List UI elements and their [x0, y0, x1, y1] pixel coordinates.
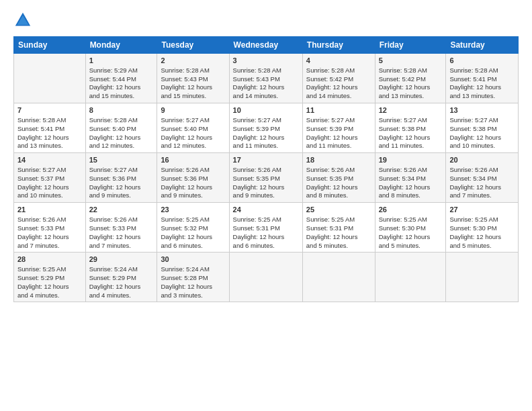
calendar-day-cell [375, 253, 446, 302]
calendar-header-cell: Sunday [14, 37, 86, 54]
calendar-day-cell: 3Sunrise: 5:28 AM Sunset: 5:43 PM Daylig… [229, 54, 302, 103]
day-number: 23 [161, 205, 225, 215]
calendar-day-cell: 30Sunrise: 5:24 AM Sunset: 5:28 PM Dayli… [157, 253, 229, 302]
day-info: Sunrise: 5:27 AM Sunset: 5:37 PM Dayligh… [17, 166, 69, 199]
calendar-header-cell: Monday [85, 37, 157, 54]
day-number: 11 [306, 105, 371, 116]
day-number: 18 [306, 155, 371, 165]
day-number: 3 [233, 56, 299, 66]
calendar-day-cell [14, 54, 86, 103]
day-info: Sunrise: 5:28 AM Sunset: 5:42 PM Dayligh… [306, 66, 358, 99]
calendar-header-cell: Wednesday [229, 37, 302, 54]
day-info: Sunrise: 5:27 AM Sunset: 5:36 PM Dayligh… [89, 166, 141, 199]
calendar-day-cell: 10Sunrise: 5:27 AM Sunset: 5:39 PM Dayli… [229, 103, 302, 153]
calendar-day-cell [229, 253, 302, 302]
day-number: 9 [161, 105, 225, 116]
calendar-week-row: 28Sunrise: 5:25 AM Sunset: 5:29 PM Dayli… [14, 253, 519, 302]
day-info: Sunrise: 5:27 AM Sunset: 5:39 PM Dayligh… [306, 116, 358, 149]
day-number: 13 [449, 105, 515, 116]
calendar-day-cell: 26Sunrise: 5:25 AM Sunset: 5:30 PM Dayli… [375, 203, 446, 253]
calendar-day-cell: 1Sunrise: 5:29 AM Sunset: 5:44 PM Daylig… [85, 54, 157, 103]
calendar-day-cell: 22Sunrise: 5:26 AM Sunset: 5:33 PM Dayli… [85, 203, 157, 253]
calendar-day-cell: 16Sunrise: 5:26 AM Sunset: 5:36 PM Dayli… [157, 153, 229, 203]
day-info: Sunrise: 5:27 AM Sunset: 5:38 PM Dayligh… [449, 116, 501, 149]
page: SundayMondayTuesdayWednesdayThursdayFrid… [0, 0, 532, 411]
calendar-day-cell: 17Sunrise: 5:26 AM Sunset: 5:35 PM Dayli… [229, 153, 302, 203]
day-number: 26 [379, 205, 443, 215]
day-info: Sunrise: 5:27 AM Sunset: 5:40 PM Dayligh… [161, 116, 212, 149]
day-info: Sunrise: 5:26 AM Sunset: 5:33 PM Dayligh… [17, 216, 69, 248]
calendar-day-cell: 21Sunrise: 5:26 AM Sunset: 5:33 PM Dayli… [14, 203, 86, 253]
day-info: Sunrise: 5:29 AM Sunset: 5:44 PM Dayligh… [89, 66, 141, 99]
calendar-week-row: 14Sunrise: 5:27 AM Sunset: 5:37 PM Dayli… [14, 153, 519, 203]
calendar-day-cell: 8Sunrise: 5:28 AM Sunset: 5:40 PM Daylig… [85, 103, 157, 153]
day-number: 24 [233, 205, 299, 215]
calendar-day-cell: 11Sunrise: 5:27 AM Sunset: 5:39 PM Dayli… [302, 103, 375, 153]
day-info: Sunrise: 5:25 AM Sunset: 5:31 PM Dayligh… [306, 216, 358, 248]
calendar-day-cell: 27Sunrise: 5:25 AM Sunset: 5:30 PM Dayli… [446, 203, 519, 253]
calendar-week-row: 7Sunrise: 5:28 AM Sunset: 5:41 PM Daylig… [14, 103, 519, 153]
day-info: Sunrise: 5:27 AM Sunset: 5:38 PM Dayligh… [379, 116, 431, 149]
day-number: 4 [306, 56, 371, 66]
day-number: 29 [89, 255, 154, 265]
day-info: Sunrise: 5:26 AM Sunset: 5:34 PM Dayligh… [449, 166, 501, 199]
day-info: Sunrise: 5:27 AM Sunset: 5:39 PM Dayligh… [233, 116, 285, 149]
calendar-table: SundayMondayTuesdayWednesdayThursdayFrid… [13, 36, 519, 302]
calendar-day-cell: 7Sunrise: 5:28 AM Sunset: 5:41 PM Daylig… [14, 103, 86, 153]
calendar-day-cell: 15Sunrise: 5:27 AM Sunset: 5:36 PM Dayli… [85, 153, 157, 203]
calendar-day-cell: 20Sunrise: 5:26 AM Sunset: 5:34 PM Dayli… [446, 153, 519, 203]
day-info: Sunrise: 5:26 AM Sunset: 5:36 PM Dayligh… [161, 166, 212, 199]
calendar-day-cell: 18Sunrise: 5:26 AM Sunset: 5:35 PM Dayli… [302, 153, 375, 203]
day-info: Sunrise: 5:25 AM Sunset: 5:29 PM Dayligh… [17, 265, 69, 298]
calendar-day-cell: 24Sunrise: 5:25 AM Sunset: 5:31 PM Dayli… [229, 203, 302, 253]
calendar-day-cell: 12Sunrise: 5:27 AM Sunset: 5:38 PM Dayli… [375, 103, 446, 153]
day-info: Sunrise: 5:26 AM Sunset: 5:35 PM Dayligh… [233, 166, 285, 199]
day-info: Sunrise: 5:28 AM Sunset: 5:43 PM Dayligh… [233, 66, 285, 99]
calendar-week-row: 1Sunrise: 5:29 AM Sunset: 5:44 PM Daylig… [14, 54, 519, 103]
calendar-day-cell: 14Sunrise: 5:27 AM Sunset: 5:37 PM Dayli… [14, 153, 86, 203]
day-info: Sunrise: 5:24 AM Sunset: 5:28 PM Dayligh… [161, 265, 212, 298]
day-info: Sunrise: 5:25 AM Sunset: 5:30 PM Dayligh… [379, 216, 431, 248]
day-number: 20 [449, 155, 515, 165]
calendar-day-cell: 28Sunrise: 5:25 AM Sunset: 5:29 PM Dayli… [14, 253, 86, 302]
day-info: Sunrise: 5:26 AM Sunset: 5:33 PM Dayligh… [89, 216, 141, 248]
calendar-week-row: 21Sunrise: 5:26 AM Sunset: 5:33 PM Dayli… [14, 203, 519, 253]
day-info: Sunrise: 5:26 AM Sunset: 5:34 PM Dayligh… [379, 166, 431, 199]
day-info: Sunrise: 5:25 AM Sunset: 5:31 PM Dayligh… [233, 216, 285, 248]
logo [13, 11, 35, 30]
calendar-day-cell: 19Sunrise: 5:26 AM Sunset: 5:34 PM Dayli… [375, 153, 446, 203]
day-number: 21 [17, 205, 82, 215]
day-info: Sunrise: 5:25 AM Sunset: 5:30 PM Dayligh… [449, 216, 501, 248]
day-number: 2 [161, 56, 225, 66]
logo-icon [13, 11, 32, 30]
day-number: 22 [89, 205, 154, 215]
day-number: 1 [89, 56, 154, 66]
calendar-header-cell: Friday [375, 37, 446, 54]
day-number: 19 [379, 155, 443, 165]
calendar-day-cell: 13Sunrise: 5:27 AM Sunset: 5:38 PM Dayli… [446, 103, 519, 153]
day-info: Sunrise: 5:28 AM Sunset: 5:42 PM Dayligh… [379, 66, 431, 99]
calendar-day-cell: 29Sunrise: 5:24 AM Sunset: 5:29 PM Dayli… [85, 253, 157, 302]
day-number: 28 [17, 255, 82, 265]
header [13, 11, 519, 30]
day-info: Sunrise: 5:25 AM Sunset: 5:32 PM Dayligh… [161, 216, 212, 248]
day-number: 8 [89, 105, 154, 116]
calendar-day-cell: 5Sunrise: 5:28 AM Sunset: 5:42 PM Daylig… [375, 54, 446, 103]
day-info: Sunrise: 5:28 AM Sunset: 5:40 PM Dayligh… [89, 116, 141, 149]
calendar-day-cell: 25Sunrise: 5:25 AM Sunset: 5:31 PM Dayli… [302, 203, 375, 253]
calendar-header-cell: Saturday [446, 37, 519, 54]
day-number: 15 [89, 155, 154, 165]
day-number: 10 [233, 105, 299, 116]
day-info: Sunrise: 5:28 AM Sunset: 5:41 PM Dayligh… [449, 66, 501, 99]
day-info: Sunrise: 5:26 AM Sunset: 5:35 PM Dayligh… [306, 166, 358, 199]
calendar-day-cell: 4Sunrise: 5:28 AM Sunset: 5:42 PM Daylig… [302, 54, 375, 103]
calendar-header-cell: Thursday [302, 37, 375, 54]
calendar-day-cell: 23Sunrise: 5:25 AM Sunset: 5:32 PM Dayli… [157, 203, 229, 253]
calendar-day-cell [302, 253, 375, 302]
day-number: 7 [17, 105, 82, 116]
calendar-day-cell: 2Sunrise: 5:28 AM Sunset: 5:43 PM Daylig… [157, 54, 229, 103]
day-number: 25 [306, 205, 371, 215]
calendar-day-cell: 9Sunrise: 5:27 AM Sunset: 5:40 PM Daylig… [157, 103, 229, 153]
day-number: 17 [233, 155, 299, 165]
day-info: Sunrise: 5:24 AM Sunset: 5:29 PM Dayligh… [89, 265, 141, 298]
